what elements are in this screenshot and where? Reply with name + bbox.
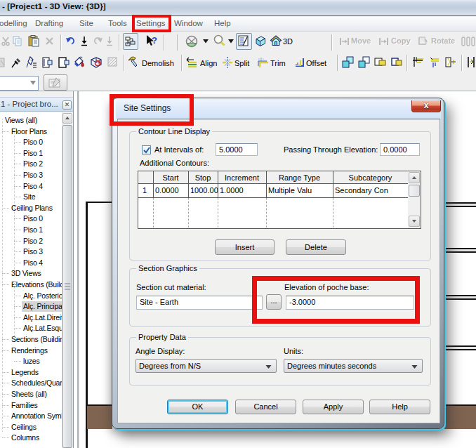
svg-text:?: ? [152, 35, 157, 46]
